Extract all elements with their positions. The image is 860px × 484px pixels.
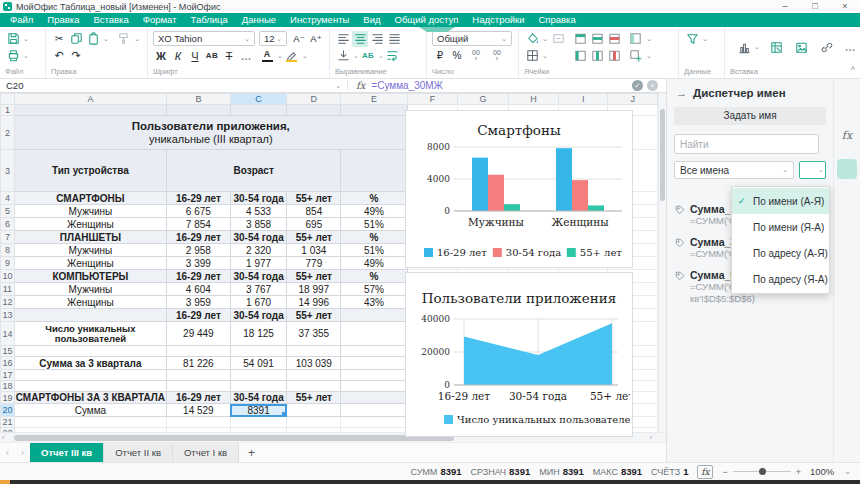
redo-button[interactable]: ↷: [68, 48, 84, 64]
maximize-button[interactable]: □: [800, 0, 830, 13]
grid-corner[interactable]: [1, 94, 15, 105]
cell-E6[interactable]: 51%: [341, 218, 407, 231]
cell-B17[interactable]: [167, 370, 231, 381]
cell-D15[interactable]: [287, 346, 341, 357]
font-decrease-button[interactable]: А⁻: [291, 31, 307, 47]
cell-B13[interactable]: 16-29 лет: [167, 309, 231, 322]
cell-A14[interactable]: Число уникальныхпользователей: [14, 322, 166, 346]
cell-C14[interactable]: 18 125: [230, 322, 287, 346]
undo-button[interactable]: ↶: [51, 48, 67, 64]
cell-E10[interactable]: %: [341, 270, 407, 283]
cell-D13[interactable]: 55+ лет: [287, 309, 341, 322]
cell-C10[interactable]: 30-54 года: [230, 270, 287, 283]
delete-columns-button[interactable]: [607, 48, 623, 64]
scroll-right-icon[interactable]: ›: [650, 433, 652, 442]
sheet-tab[interactable]: Отчет I кв: [173, 443, 239, 462]
functions-icon[interactable]: fx: [837, 125, 857, 145]
formula-bar-toggle-icon[interactable]: fx: [697, 465, 713, 479]
cell-A8[interactable]: Мужчины: [14, 244, 166, 257]
cell-E14[interactable]: [341, 322, 407, 346]
menu-item-Вставка[interactable]: Вставка: [86, 13, 135, 27]
cell-D10[interactable]: 55+ лет: [287, 270, 341, 283]
row-header-16[interactable]: 16: [1, 357, 15, 370]
cell-C12[interactable]: 1 670: [230, 296, 287, 309]
menu-item-Надстройки[interactable]: Надстройки: [465, 13, 531, 27]
cell-A2[interactable]: Пользователи приложения,уникальные (III …: [14, 116, 407, 150]
text-rotation-button[interactable]: АБ: [360, 48, 376, 64]
cell-D18[interactable]: [287, 381, 341, 392]
fill-color-button[interactable]: [524, 31, 540, 47]
font-size-select[interactable]: 12 ⌄: [259, 31, 287, 46]
cell-A20[interactable]: Сумма: [14, 404, 166, 417]
column-header-E[interactable]: E: [341, 94, 407, 105]
align-justify-button[interactable]: [386, 31, 402, 47]
menu-item-Вид[interactable]: Вид: [356, 13, 387, 27]
cell-C21[interactable]: [230, 417, 287, 428]
sheet-tab[interactable]: Отчет III кв: [30, 443, 104, 462]
insert-rows-button[interactable]: [573, 31, 589, 47]
cell-E12[interactable]: 43%: [341, 296, 407, 309]
cell-E20[interactable]: [341, 404, 407, 417]
percent-format-button[interactable]: %: [449, 48, 465, 64]
cell-C5[interactable]: 4 533: [230, 205, 287, 218]
fx-icon[interactable]: fx: [356, 80, 365, 91]
cell-name-box[interactable]: C20 ⌄: [0, 80, 348, 91]
cell-E8[interactable]: 51%: [341, 244, 407, 257]
cell-A4[interactable]: СМАРТФОНЫ: [14, 192, 166, 205]
decrease-decimal-button[interactable]: 00 ‹: [466, 48, 486, 64]
column-header-A[interactable]: A: [14, 94, 166, 105]
row-header-15[interactable]: 15: [1, 346, 15, 357]
insert-image-button[interactable]: [794, 39, 810, 55]
cell-C13[interactable]: 30-54 года: [230, 309, 287, 322]
format-painter-button[interactable]: [116, 31, 132, 47]
cell-D16[interactable]: 103 039: [287, 357, 341, 370]
cell-A1[interactable]: [14, 105, 166, 116]
minimize-button[interactable]: –: [770, 0, 800, 13]
cell-B21[interactable]: [167, 417, 231, 428]
menu-item-Общий доступ[interactable]: Общий доступ: [388, 13, 466, 27]
row-header-5[interactable]: 5: [1, 205, 15, 218]
row-header-11[interactable]: 11: [1, 283, 15, 296]
smallcaps-button[interactable]: АВ: [204, 48, 220, 64]
column-header-J[interactable]: J: [608, 94, 658, 105]
cell-B19[interactable]: 16-29 лет: [167, 392, 231, 404]
cell-C9[interactable]: 1 977: [230, 257, 287, 270]
cell-E18[interactable]: [341, 381, 407, 392]
cell-D20[interactable]: [287, 404, 341, 417]
cell-C7[interactable]: 30-54 года: [230, 231, 287, 244]
app-users-area-chart[interactable]: Пользователи приложения0200004000016-29 …: [405, 272, 633, 437]
vertical-scrollbar[interactable]: [658, 93, 666, 432]
cell-A16[interactable]: Сумма за 3 квартала: [14, 357, 166, 370]
column-header-C[interactable]: C: [230, 94, 287, 105]
merge-cells-button[interactable]: [551, 31, 567, 47]
row-header-20[interactable]: 20: [1, 404, 15, 417]
cell-A7[interactable]: ПЛАНШЕТЫ: [14, 231, 166, 244]
sort-menu-item[interactable]: По адресу (А-Я): [732, 240, 829, 266]
cell-C1[interactable]: [230, 105, 287, 116]
cell-B9[interactable]: 3 399: [167, 257, 231, 270]
font-color-button[interactable]: А: [259, 48, 275, 64]
cell-A9[interactable]: Женщины: [14, 257, 166, 270]
menu-item-Инструменты[interactable]: Инструменты: [283, 13, 356, 27]
row-header-14[interactable]: 14: [1, 322, 15, 346]
cell-E3[interactable]: [341, 150, 407, 192]
column-header-F[interactable]: F: [407, 94, 457, 105]
horizontal-scrollbar-thumb[interactable]: [14, 435, 454, 441]
cell-E4[interactable]: %: [341, 192, 407, 205]
insert-cells-button[interactable]: [590, 31, 606, 47]
row-header-6[interactable]: 6: [1, 218, 15, 231]
font-family-select[interactable]: XO Tahion ⌄: [153, 31, 255, 46]
cell-C6[interactable]: 3 858: [230, 218, 287, 231]
zoom-in-button[interactable]: +: [796, 467, 801, 477]
cell-A18[interactable]: [14, 381, 166, 392]
cell-D21[interactable]: [287, 417, 341, 428]
menu-item-Таблица[interactable]: Таблица: [184, 13, 235, 27]
cell-C18[interactable]: [230, 381, 287, 392]
cell-options-button[interactable]: [628, 48, 644, 64]
cell-E7[interactable]: %: [341, 231, 407, 244]
column-header-B[interactable]: B: [167, 94, 231, 105]
row-header-12[interactable]: 12: [1, 296, 15, 309]
prev-sheet-icon[interactable]: ‹: [0, 443, 15, 462]
cell-A19[interactable]: СМАРТФОНЫ ЗА 3 КВАРТАЛА: [14, 392, 166, 404]
toolbar-collapse-button[interactable]: ^: [851, 65, 855, 75]
